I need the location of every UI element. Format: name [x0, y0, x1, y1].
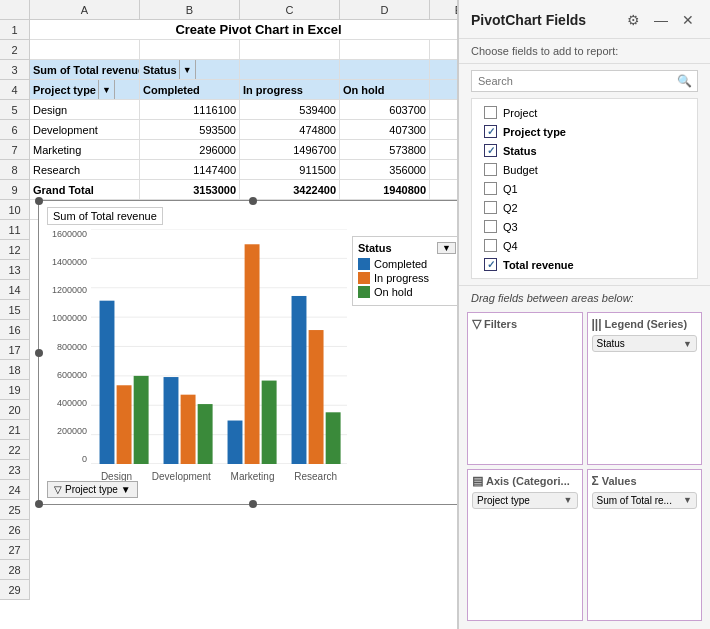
field-q3: Q3: [484, 217, 685, 236]
cell-2e: [430, 40, 457, 60]
field-checkbox-q2[interactable]: [484, 201, 497, 214]
field-budget: Budget: [484, 160, 685, 179]
filters-icon: ▽: [472, 317, 481, 331]
y-label-800: 800000: [57, 342, 87, 352]
field-label-q2: Q2: [503, 202, 518, 214]
col-header-c: C: [240, 0, 340, 20]
table-row: Create Pivot Chart in Excel: [30, 20, 457, 40]
row-num-9: 9: [0, 180, 30, 200]
handle-tl[interactable]: [35, 197, 43, 205]
legend-status-text: Status: [597, 338, 625, 349]
row-num-14: 14: [0, 280, 30, 300]
legend-color-onhold: [358, 286, 370, 298]
project-type-filter-button[interactable]: ▽ Project type ▼: [47, 481, 138, 498]
handle-bl[interactable]: [35, 500, 43, 508]
minimize-button[interactable]: —: [650, 10, 672, 30]
panel-header: PivotChart Fields ⚙ — ✕: [459, 0, 710, 39]
cell-8e: [430, 160, 457, 180]
cell-5e: [430, 100, 457, 120]
row-num-23: 23: [0, 460, 30, 480]
filter-icon: ▽: [54, 484, 62, 495]
field-checkbox-q4[interactable]: [484, 239, 497, 252]
column-headers: A B C D E: [0, 0, 457, 20]
field-label-project-type: Project type: [503, 126, 566, 138]
gear-button[interactable]: ⚙: [623, 10, 644, 30]
search-input[interactable]: [471, 70, 698, 92]
cell-res-completed: 1147400: [140, 160, 240, 180]
row-num-22: 22: [0, 440, 30, 460]
legend-title-row: Status ▼: [358, 242, 456, 254]
close-button[interactable]: ✕: [678, 10, 698, 30]
field-checkbox-q3[interactable]: [484, 220, 497, 233]
svg-rect-19: [309, 330, 324, 464]
cell-research: Research: [30, 160, 140, 180]
cell-completed-header: Completed: [140, 80, 240, 100]
field-checkbox-q1[interactable]: [484, 182, 497, 195]
col-header-a: A: [30, 0, 140, 20]
field-total-revenue: Total revenue: [484, 255, 685, 274]
svg-rect-11: [134, 376, 149, 464]
y-label-600: 600000: [57, 370, 87, 380]
cell-sum-revenue: Sum of Total revenue: [30, 60, 140, 80]
project-type-dropdown-icon[interactable]: ▼: [98, 80, 115, 100]
x-label-research: Research: [294, 471, 337, 482]
cell-2a: [30, 40, 140, 60]
legend-series-label: Legend (Series): [605, 318, 688, 330]
legend-label-onhold: On hold: [374, 286, 413, 298]
cell-mkt-completed: 296000: [140, 140, 240, 160]
field-checkbox-project[interactable]: [484, 106, 497, 119]
sheet-body: 1 2 3 4 5 6 7 8 9 10 11 12 13 14 15 16 1…: [0, 20, 457, 600]
legend-dropdown-icon[interactable]: ▼: [437, 242, 456, 254]
field-label-project: Project: [503, 107, 537, 119]
table-row: Marketing 296000 1496700 573800: [30, 140, 457, 160]
axis-label: Axis (Categori...: [486, 475, 570, 487]
drag-label: Drag fields between areas below:: [459, 285, 710, 308]
field-status: Status: [484, 141, 685, 160]
row-num-1: 1: [0, 20, 30, 40]
row-num-20: 20: [0, 400, 30, 420]
y-label-400: 400000: [57, 398, 87, 408]
field-q4: Q4: [484, 236, 685, 255]
project-type-label: Project type: [33, 80, 96, 100]
field-label-q3: Q3: [503, 221, 518, 233]
y-label-1400: 1400000: [52, 257, 87, 267]
table-row: Grand Total 3153000 3422400 1940800: [30, 180, 457, 200]
field-checkbox-project-type[interactable]: [484, 125, 497, 138]
legend-item-inprogress: In progress: [358, 272, 456, 284]
status-dropdown-icon[interactable]: ▼: [179, 60, 196, 80]
field-checkbox-budget[interactable]: [484, 163, 497, 176]
row-num-21: 21: [0, 420, 30, 440]
axis-project-type-pill: Project type ▼: [472, 492, 578, 509]
cell-development: Development: [30, 120, 140, 140]
row-num-7: 7: [0, 140, 30, 160]
field-label-total-revenue: Total revenue: [503, 259, 574, 271]
values-area: Σ Values Sum of Total re... ▼: [587, 469, 703, 622]
cell-gt-onhold: 1940800: [340, 180, 430, 200]
legend-item-onhold: On hold: [358, 286, 456, 298]
handle-top[interactable]: [249, 197, 257, 205]
row-num-13: 13: [0, 260, 30, 280]
values-sum-dropdown[interactable]: ▼: [683, 495, 692, 505]
axis-project-type-text: Project type: [477, 495, 530, 506]
legend-status-dropdown[interactable]: ▼: [683, 339, 692, 349]
row-num-12: 12: [0, 240, 30, 260]
y-label-1000: 1000000: [52, 313, 87, 323]
row-num-3: 3: [0, 60, 30, 80]
field-checkbox-total-revenue[interactable]: [484, 258, 497, 271]
legend-status-pill: Status ▼: [592, 335, 698, 352]
cell-dev-completed: 593500: [140, 120, 240, 140]
cell-marketing: Marketing: [30, 140, 140, 160]
axis-project-type-dropdown[interactable]: ▼: [564, 495, 573, 505]
row-num-19: 19: [0, 380, 30, 400]
handle-bottom[interactable]: [249, 500, 257, 508]
y-label-0: 0: [82, 454, 87, 464]
row-num-5: 5: [0, 100, 30, 120]
row-num-24: 24: [0, 480, 30, 500]
field-checkbox-status[interactable]: [484, 144, 497, 157]
y-axis: 1600000 1400000 1200000 1000000 800000 6…: [41, 229, 91, 464]
legend-label-completed: Completed: [374, 258, 427, 270]
cell-design-onhold: 603700: [340, 100, 430, 120]
legend-area: ||| Legend (Series) Status ▼: [587, 312, 703, 465]
cell-res-inprogress: 911500: [240, 160, 340, 180]
legend-item-completed: Completed: [358, 258, 456, 270]
